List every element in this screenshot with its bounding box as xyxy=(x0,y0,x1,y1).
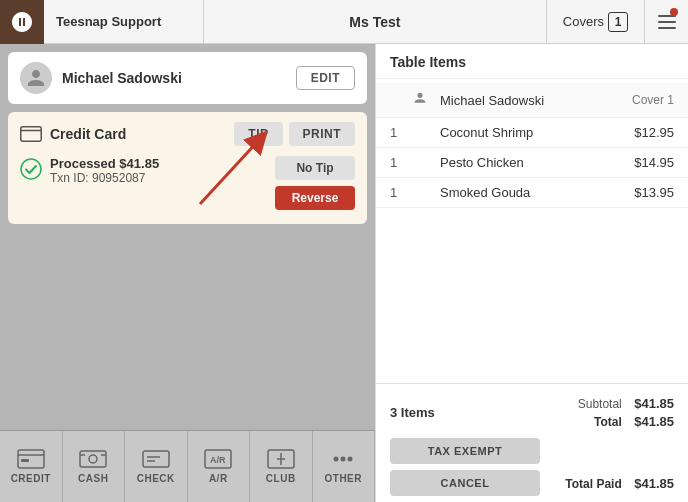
total-label: Total xyxy=(594,415,622,429)
item-name-2: Pesto Chicken xyxy=(440,155,624,170)
table-row: 1 Coconut Shrimp $12.95 xyxy=(376,118,688,148)
print-button[interactable]: PRINT xyxy=(289,122,356,146)
subtotal-label: Subtotal xyxy=(578,397,622,411)
subtotal-block: Subtotal $41.85 Total $41.85 xyxy=(578,394,674,430)
item-qty-2: 1 xyxy=(390,155,406,170)
other-button[interactable]: OTHER xyxy=(313,431,376,502)
customer-row: Michael Sadowski Cover 1 xyxy=(376,83,688,118)
ar-label: A/R xyxy=(209,473,228,484)
footer-row3: CANCEL Total Paid $41.85 xyxy=(390,470,674,496)
other-label: OTHER xyxy=(325,473,363,484)
txn-id: Txn ID: 90952087 xyxy=(50,171,159,185)
credit-button[interactable]: CREDIT xyxy=(0,431,63,502)
footer-row2: TAX EXEMPT xyxy=(390,438,674,464)
person-icon xyxy=(26,68,46,88)
payment-processed: Processed $41.85 Txn ID: 90952087 xyxy=(20,156,159,185)
processed-info: Processed $41.85 Txn ID: 90952087 xyxy=(50,156,159,185)
check-label: CHECK xyxy=(137,473,175,484)
table-items-header: Table Items xyxy=(376,44,688,79)
items-list: Michael Sadowski Cover 1 1 Coconut Shrim… xyxy=(376,79,688,383)
item-price-3: $13.95 xyxy=(624,185,674,200)
avatar xyxy=(20,62,52,94)
payment-card: Credit Card TIP PRINT Processed $41.85 xyxy=(8,112,367,224)
hamburger-icon xyxy=(658,15,676,29)
header-covers: Covers 1 xyxy=(546,0,644,43)
club-button[interactable]: CLUB xyxy=(250,431,313,502)
customer-row-icon xyxy=(412,90,432,110)
svg-point-5 xyxy=(21,159,41,179)
tax-exempt-button[interactable]: TAX EXEMPT xyxy=(390,438,540,464)
right-panel: Table Items Michael Sadowski Cover 1 1 C… xyxy=(375,44,688,502)
success-icon xyxy=(20,158,42,180)
table-row: 1 Smoked Gouda $13.95 xyxy=(376,178,688,208)
secondary-actions: No Tip Reverse xyxy=(275,156,355,210)
customer-row-cover: Cover 1 xyxy=(632,93,674,107)
item-name-1: Coconut Shrimp xyxy=(440,125,624,140)
covers-count: 1 xyxy=(608,12,628,32)
svg-point-20 xyxy=(334,457,339,462)
other-icon xyxy=(329,449,357,469)
footer-row1: 3 Items Subtotal $41.85 Total $41.85 xyxy=(390,394,674,430)
check-pay-icon xyxy=(142,449,170,469)
header-menu-button[interactable] xyxy=(644,0,688,44)
tip-button[interactable]: TIP xyxy=(234,122,282,146)
svg-rect-2 xyxy=(658,27,676,29)
svg-rect-7 xyxy=(18,450,44,468)
svg-rect-14 xyxy=(143,451,169,467)
header-title: Ms Test xyxy=(204,14,546,30)
item-price-1: $12.95 xyxy=(624,125,674,140)
cash-button[interactable]: CASH xyxy=(63,431,126,502)
table-row: 1 Pesto Chicken $14.95 xyxy=(376,148,688,178)
items-count: 3 Items xyxy=(390,405,578,420)
ar-button[interactable]: A/R A/R xyxy=(188,431,251,502)
edit-button[interactable]: EDIT xyxy=(296,66,355,90)
cancel-button[interactable]: CANCEL xyxy=(390,470,540,496)
item-qty-1: 1 xyxy=(390,125,406,140)
paid-value: $41.85 xyxy=(634,476,674,491)
cash-label: CASH xyxy=(78,473,108,484)
credit-label: CREDIT xyxy=(11,473,51,484)
left-panel: Michael Sadowski EDIT Credit Card TIP PR… xyxy=(0,44,375,502)
paid-block: Total Paid $41.85 xyxy=(548,474,674,492)
svg-point-21 xyxy=(341,457,346,462)
no-tip-button[interactable]: No Tip xyxy=(275,156,355,180)
right-footer: 3 Items Subtotal $41.85 Total $41.85 TAX… xyxy=(376,383,688,502)
item-qty-3: 1 xyxy=(390,185,406,200)
ar-icon: A/R xyxy=(204,449,232,469)
logo-icon xyxy=(10,10,34,34)
person-row-icon xyxy=(412,90,428,106)
credit-card-icon xyxy=(20,126,42,142)
header-brand: Teesnap Support xyxy=(44,0,204,43)
header-logo xyxy=(0,0,44,44)
check-button[interactable]: CHECK xyxy=(125,431,188,502)
svg-text:A/R: A/R xyxy=(210,455,226,465)
svg-point-22 xyxy=(348,457,353,462)
credit-icon xyxy=(17,449,45,469)
svg-rect-1 xyxy=(658,21,676,23)
club-label: CLUB xyxy=(266,473,296,484)
customer-row-name: Michael Sadowski xyxy=(440,93,632,108)
payment-actions: TIP PRINT xyxy=(234,122,355,146)
subtotal-value: $41.85 xyxy=(634,396,674,411)
payment-status: Processed $41.85 Txn ID: 90952087 No Tip… xyxy=(20,156,355,210)
payment-header: Credit Card TIP PRINT xyxy=(20,122,355,146)
item-price-2: $14.95 xyxy=(624,155,674,170)
svg-rect-9 xyxy=(21,459,29,462)
svg-rect-10 xyxy=(80,451,106,467)
notification-dot xyxy=(670,8,678,16)
svg-point-11 xyxy=(89,455,97,463)
customer-name: Michael Sadowski xyxy=(62,70,182,86)
total-value: $41.85 xyxy=(634,414,674,429)
paid-label: Total Paid xyxy=(565,477,621,491)
processed-amount: Processed $41.85 xyxy=(50,156,159,171)
cash-icon xyxy=(79,449,107,469)
customer-card: Michael Sadowski EDIT xyxy=(8,52,367,104)
payment-title: Credit Card xyxy=(20,126,126,142)
svg-rect-3 xyxy=(21,127,42,142)
customer-info: Michael Sadowski xyxy=(20,62,182,94)
item-name-3: Smoked Gouda xyxy=(440,185,624,200)
main-layout: Michael Sadowski EDIT Credit Card TIP PR… xyxy=(0,44,688,502)
header: Teesnap Support Ms Test Covers 1 xyxy=(0,0,688,44)
club-icon xyxy=(267,449,295,469)
reverse-button[interactable]: Reverse xyxy=(275,186,355,210)
